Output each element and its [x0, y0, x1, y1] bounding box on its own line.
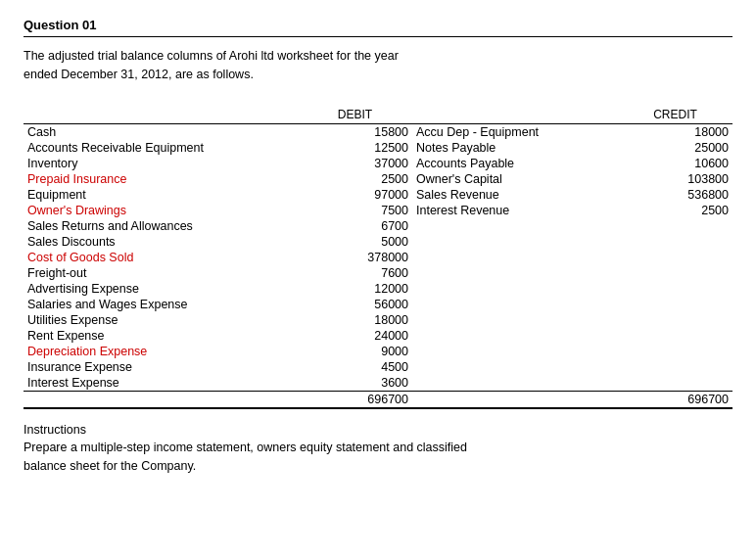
total-label	[24, 391, 298, 408]
table-row: Cost of Goods Sold378000	[24, 250, 732, 265]
debit-value: 4500	[298, 359, 412, 375]
credit-value	[618, 281, 732, 297]
credit-value: 103800	[618, 171, 732, 187]
table-row: Advertising Expense12000	[24, 281, 732, 297]
table-row: Prepaid Insurance2500Owner's Capital1038…	[24, 171, 732, 187]
credit-value: 536800	[618, 187, 732, 203]
debit-value: 7600	[298, 265, 412, 281]
table-row: Utilities Expense18000	[24, 312, 732, 328]
total-credit: 696700	[618, 391, 732, 408]
table-row: Inventory37000Accounts Payable10600	[24, 156, 732, 171]
debit-value: 7500	[298, 203, 412, 218]
credit-account-name	[412, 312, 618, 328]
account-name: Insurance Expense	[24, 359, 298, 375]
account-name: Freight-out	[24, 265, 298, 281]
debit-value: 15800	[298, 123, 412, 140]
table-row: Salaries and Wages Expense56000	[24, 297, 732, 312]
credit-header: CREDIT	[618, 102, 732, 124]
instructions-section: Instructions Prepare a multiple-step inc…	[24, 421, 732, 476]
credit-account-name	[412, 328, 618, 344]
credit-account-name: Interest Revenue	[412, 203, 618, 218]
debit-value: 5000	[298, 234, 412, 250]
debit-value: 3600	[298, 375, 412, 392]
credit-value	[618, 359, 732, 375]
account-name: Salaries and Wages Expense	[24, 297, 298, 312]
credit-account-name	[412, 359, 618, 375]
debit-value: 97000	[298, 187, 412, 203]
account-name: Equipment	[24, 187, 298, 203]
credit-account-name: Notes Payable	[412, 140, 618, 156]
instructions-label: Instructions	[24, 421, 732, 440]
debit-value: 24000	[298, 328, 412, 344]
credit-account-name	[412, 344, 618, 359]
total-row: 696700 696700	[24, 391, 732, 408]
credit-account-name	[412, 297, 618, 312]
debit-value: 37000	[298, 156, 412, 171]
credit-value	[618, 218, 732, 234]
credit-value	[618, 265, 732, 281]
account-name: Owner's Drawings	[24, 203, 298, 218]
total-debit: 696700	[298, 391, 412, 408]
account-name: Accounts Receivable Equipment	[24, 140, 298, 156]
debit-value: 378000	[298, 250, 412, 265]
table-row: Interest Expense3600	[24, 375, 732, 392]
account-name: Sales Returns and Allowances	[24, 218, 298, 234]
account-name: Inventory	[24, 156, 298, 171]
account-name: Cost of Goods Sold	[24, 250, 298, 265]
credit-value	[618, 250, 732, 265]
table-row: Depreciation Expense9000	[24, 344, 732, 359]
credit-account-name	[412, 234, 618, 250]
instructions-text: Prepare a multiple-step income statement…	[24, 439, 732, 476]
credit-value	[618, 344, 732, 359]
credit-account-name	[412, 265, 618, 281]
table-row: Rent Expense24000	[24, 328, 732, 344]
table-row: Sales Returns and Allowances6700	[24, 218, 732, 234]
credit-value: 2500	[618, 203, 732, 218]
debit-value: 2500	[298, 171, 412, 187]
trial-balance-table: DEBIT CREDIT Cash15800Accu Dep - Equipme…	[24, 102, 732, 409]
intro-text: The adjusted trial balance columns of Ar…	[24, 47, 732, 84]
debit-value: 12000	[298, 281, 412, 297]
credit-value	[618, 328, 732, 344]
account-name: Depreciation Expense	[24, 344, 298, 359]
account-name: Sales Discounts	[24, 234, 298, 250]
account-column-header	[24, 102, 298, 124]
account-name: Utilities Expense	[24, 312, 298, 328]
credit-account-name	[412, 281, 618, 297]
account-name: Cash	[24, 123, 298, 140]
credit-account-name	[412, 218, 618, 234]
table-row: Freight-out7600	[24, 265, 732, 281]
credit-account-name: Owner's Capital	[412, 171, 618, 187]
table-row: Equipment97000Sales Revenue536800	[24, 187, 732, 203]
debit-value: 18000	[298, 312, 412, 328]
debit-value: 12500	[298, 140, 412, 156]
debit-value: 9000	[298, 344, 412, 359]
credit-value: 10600	[618, 156, 732, 171]
credit-value	[618, 312, 732, 328]
debit-value: 56000	[298, 297, 412, 312]
credit-value	[618, 297, 732, 312]
account-name: Prepaid Insurance	[24, 171, 298, 187]
account-name: Advertising Expense	[24, 281, 298, 297]
table-row: Owner's Drawings7500Interest Revenue2500	[24, 203, 732, 218]
credit-value	[618, 375, 732, 392]
credit-value: 18000	[618, 123, 732, 140]
account-name: Interest Expense	[24, 375, 298, 392]
total-credit-label	[412, 391, 618, 408]
table-row: Sales Discounts5000	[24, 234, 732, 250]
debit-value: 6700	[298, 218, 412, 234]
credit-account-column-header	[412, 102, 618, 124]
credit-account-name	[412, 375, 618, 392]
credit-account-name: Accu Dep - Equipment	[412, 123, 618, 140]
table-row: Accounts Receivable Equipment12500Notes …	[24, 140, 732, 156]
question-title: Question 01	[24, 18, 732, 37]
credit-account-name: Accounts Payable	[412, 156, 618, 171]
credit-account-name	[412, 250, 618, 265]
account-name: Rent Expense	[24, 328, 298, 344]
credit-value	[618, 234, 732, 250]
debit-header: DEBIT	[298, 102, 412, 124]
table-row: Cash15800Accu Dep - Equipment18000	[24, 123, 732, 140]
credit-account-name: Sales Revenue	[412, 187, 618, 203]
table-row: Insurance Expense4500	[24, 359, 732, 375]
credit-value: 25000	[618, 140, 732, 156]
